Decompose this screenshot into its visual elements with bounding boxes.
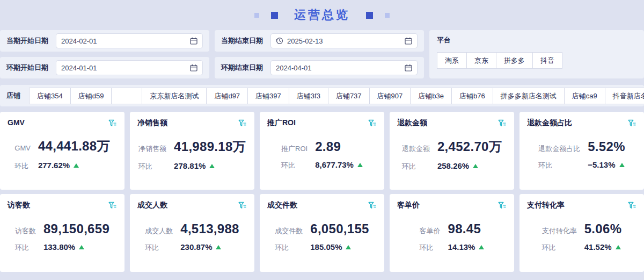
- shop-button[interactable]: 店铺d59: [70, 88, 112, 104]
- trend-up-icon: [79, 245, 84, 249]
- ratio-value: 14.13%: [448, 242, 485, 252]
- platform-button[interactable]: 拼多多: [496, 52, 533, 69]
- metric-card: 退款金额占比 退款金额占比 5.52% 环比 −5.13%: [519, 112, 644, 190]
- ratio-label: 环比: [542, 243, 577, 253]
- ratio-value: 258.26%: [437, 161, 502, 170]
- shop-button[interactable]: 抖音新店名测试2: [605, 88, 644, 104]
- metric-card: 成交件数 成交件数 6,050,155 环比 185.05%: [260, 194, 384, 272]
- deco-square-icon: [385, 13, 390, 18]
- calendar-icon: [405, 64, 412, 71]
- shop-button[interactable]: 店铺397: [247, 88, 289, 104]
- deco-square-icon: [271, 12, 278, 19]
- shop-button[interactable]: 店铺b76: [451, 88, 493, 104]
- card-title: 成交人数: [137, 200, 167, 210]
- card-title: 客单价: [397, 200, 420, 210]
- ratio-value: 230.87%: [180, 242, 239, 252]
- trend-up-icon: [616, 245, 621, 249]
- metric-card: 客单价 客单价 98.45 环比 14.13%: [390, 194, 514, 272]
- ratio-label: 环比: [145, 243, 173, 253]
- prev-start-date-input[interactable]: 2024-01-01: [56, 60, 203, 75]
- platform-button[interactable]: 京东: [466, 52, 496, 69]
- deco-square-icon: [366, 12, 373, 19]
- filter-icon[interactable]: [238, 202, 247, 210]
- filter-icon[interactable]: [498, 119, 507, 127]
- platform-button[interactable]: 抖音: [532, 52, 562, 69]
- shop-button[interactable]: 店铺3f3: [289, 88, 328, 104]
- current-start-date-label: 当期开始日期: [6, 36, 48, 46]
- shop-group: 店铺354店铺d59京东新店名测试店铺d97店铺397店铺3f3店铺737店铺9…: [29, 88, 644, 104]
- metric-value: 2,452.70万: [437, 138, 502, 155]
- shop-button[interactable]: 店铺d97: [206, 88, 248, 104]
- metric-card: 支付转化率 支付转化率 5.06% 环比 41.52%: [519, 194, 644, 272]
- metric-card: 净销售额 净销售额 41,989.18万 环比 278.81%: [130, 112, 254, 190]
- metric-label: 退款金额占比: [538, 144, 580, 154]
- card-title: 支付转化率: [527, 200, 565, 210]
- filter-icon[interactable]: [628, 119, 636, 127]
- metric-value: 4,513,988: [180, 221, 239, 236]
- card-title: 访客数: [8, 200, 30, 210]
- clock-history-icon: [276, 37, 283, 45]
- shop-button[interactable]: [111, 88, 142, 104]
- metric-label: 退款金额: [402, 144, 430, 154]
- ratio-label: 环比: [538, 161, 580, 170]
- metric-card: 推广ROI 推广ROI 2.89 环比 8,677.73%: [260, 112, 384, 190]
- card-title: GMV: [8, 118, 25, 127]
- current-start-date-value: 2024-02-01: [61, 37, 97, 45]
- metric-cards-grid: GMV GMV 44,441.88万 环比 277.62% 净销售额 净销售额 …: [0, 112, 644, 272]
- metric-value: 6,050,155: [310, 221, 369, 236]
- metric-value: 5.06%: [584, 221, 622, 236]
- card-title: 退款金额: [397, 118, 427, 128]
- filter-icon[interactable]: [238, 119, 247, 127]
- shop-button[interactable]: 店铺ca9: [564, 88, 605, 104]
- prev-end-date-label: 环期结束日期: [221, 63, 263, 73]
- ratio-value: 278.81%: [174, 161, 246, 170]
- card-title: 退款金额占比: [527, 118, 572, 128]
- ratio-value: 185.05%: [310, 242, 369, 252]
- page-title: 运营总览: [294, 7, 350, 23]
- trend-up-icon: [346, 245, 351, 249]
- metric-label: GMV: [14, 144, 31, 152]
- prev-end-date-panel: 环期结束日期 2024-04-01: [215, 57, 424, 78]
- ratio-label: 环比: [275, 243, 303, 253]
- metric-label: 成交件数: [275, 226, 303, 236]
- metric-card: 访客数 访客数 89,150,659 环比 133.80%: [0, 194, 125, 272]
- shop-panel: 店铺 店铺354店铺d59京东新店名测试店铺d97店铺397店铺3f3店铺737…: [0, 85, 644, 106]
- filter-icon[interactable]: [628, 202, 636, 210]
- ratio-label: 环比: [281, 161, 308, 170]
- metric-label: 推广ROI: [281, 144, 308, 154]
- metric-label: 支付转化率: [542, 226, 577, 236]
- shop-button[interactable]: 京东新店名测试: [142, 88, 207, 104]
- platform-panel: 平台 淘系京东拼多多抖音: [429, 30, 644, 78]
- filter-icon[interactable]: [368, 202, 377, 210]
- ratio-value: 8,677.73%: [315, 160, 363, 169]
- prev-start-date-value: 2024-01-01: [61, 64, 97, 72]
- shop-button[interactable]: 店铺354: [29, 88, 71, 104]
- ratio-value: −5.13%: [588, 160, 625, 169]
- prev-start-date-panel: 环期开始日期 2024-01-01: [0, 57, 209, 78]
- filter-icon[interactable]: [498, 202, 507, 210]
- shop-button[interactable]: 店铺b3e: [410, 88, 452, 104]
- trend-up-icon: [74, 163, 79, 168]
- current-end-date-value: 2025-02-13: [287, 37, 323, 45]
- trend-up-icon: [619, 163, 625, 167]
- current-end-date-input[interactable]: 2025-02-13: [270, 33, 418, 48]
- ratio-value: 277.62%: [38, 161, 110, 170]
- shop-button[interactable]: 店铺737: [328, 88, 370, 104]
- filter-icon[interactable]: [368, 119, 377, 127]
- prev-end-date-input[interactable]: 2024-04-01: [270, 60, 418, 75]
- current-start-date-input[interactable]: 2024-02-01: [56, 33, 203, 48]
- filter-icon[interactable]: [108, 119, 117, 127]
- ratio-label: 环比: [420, 243, 441, 253]
- metric-value: 98.45: [448, 221, 485, 236]
- metric-value: 41,989.18万: [174, 138, 246, 155]
- platform-button[interactable]: 淘系: [437, 52, 467, 69]
- filter-bar: 当期开始日期 2024-02-01 环期开始日期 2024-01-01 当期结束…: [0, 30, 644, 78]
- shop-button[interactable]: 店铺907: [369, 88, 411, 104]
- card-title: 净销售额: [137, 118, 167, 128]
- filter-icon[interactable]: [108, 202, 117, 210]
- shop-button[interactable]: 拼多多新店名测试: [493, 88, 565, 104]
- metric-value: 89,150,659: [43, 221, 109, 236]
- calendar-icon: [405, 37, 412, 45]
- metric-label: 成交人数: [145, 226, 173, 236]
- trend-up-icon: [209, 164, 215, 168]
